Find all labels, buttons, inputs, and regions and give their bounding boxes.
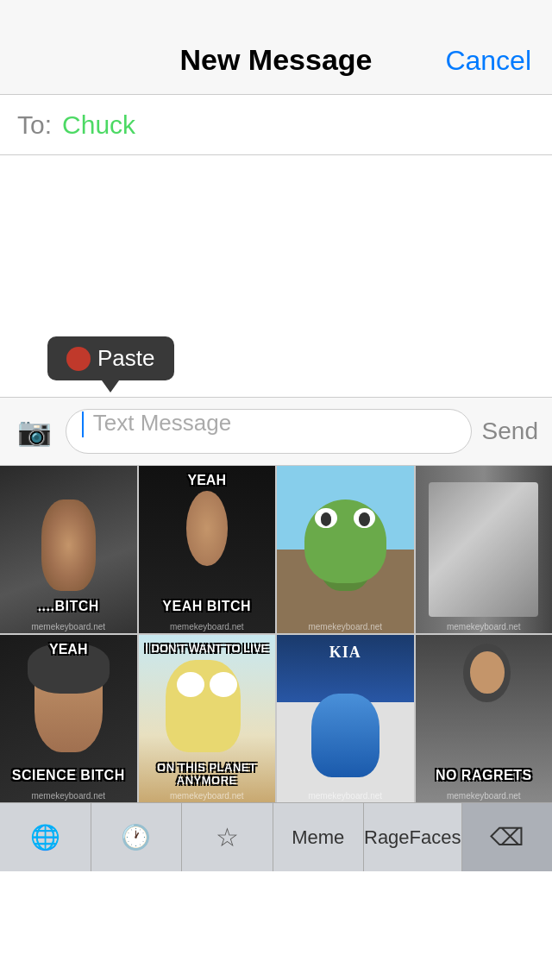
- paste-tooltip: Paste: [47, 336, 174, 380]
- recipient-name[interactable]: Chuck: [62, 110, 135, 140]
- meme-source: memekeyboard.net: [0, 791, 137, 801]
- ragefaces-button[interactable]: RageFaces: [364, 803, 462, 871]
- to-field: To: Chuck: [0, 95, 552, 155]
- star-icon: ☆: [216, 822, 239, 852]
- meme-source: memekeyboard.net: [277, 622, 414, 631]
- favorites-button[interactable]: ☆: [182, 803, 273, 871]
- clock-icon: 🕐: [121, 823, 151, 851]
- meme-cell[interactable]: KIA memekeyboard.net: [277, 635, 414, 802]
- meme-bottom-text: ....BITCH: [0, 599, 137, 614]
- meme-cell[interactable]: I DON'T WANT TO LIVE ON THIS PLANET ANYM…: [139, 635, 276, 802]
- meme-cell[interactable]: YEAH YEAH BITCH memekeyboard.net: [139, 466, 276, 633]
- globe-icon: 🌐: [30, 823, 60, 851]
- meme-source: memekeyboard.net: [277, 791, 414, 801]
- meme-image: [416, 466, 553, 633]
- ragefaces-label: RageFaces: [364, 826, 461, 849]
- recent-button[interactable]: 🕐: [91, 803, 183, 871]
- to-label: To:: [17, 110, 52, 140]
- cursor: [82, 411, 84, 437]
- meme-cell[interactable]: ....BITCH memekeyboard.net: [0, 466, 137, 633]
- meme-image: KIA: [277, 635, 414, 802]
- meme-source: memekeyboard.net: [139, 791, 276, 801]
- input-placeholder: Text Message: [93, 410, 231, 436]
- meme-bottom-text: YEAH BITCH: [139, 599, 276, 614]
- meme-cell[interactable]: NO RAGRETS memekeyboard.net: [416, 635, 553, 802]
- paste-button[interactable]: Paste: [66, 345, 155, 372]
- meme-source: memekeyboard.net: [139, 622, 276, 631]
- meme-top-text: YEAH: [139, 473, 276, 488]
- meme-grid: ....BITCH memekeyboard.net YEAH YEAH BIT…: [0, 466, 552, 802]
- meme-cell[interactable]: memekeyboard.net: [277, 466, 414, 633]
- header: New Message Cancel: [0, 0, 552, 95]
- meme-cell[interactable]: YEAH SCIENCE BITCH memekeyboard.net: [0, 635, 137, 802]
- meme-source: memekeyboard.net: [416, 622, 553, 631]
- input-bar: 📷 Text Message Send: [0, 397, 552, 466]
- meme-cell[interactable]: memekeyboard.net: [416, 466, 553, 633]
- meme-bottom-text: SCIENCE BITCH: [0, 768, 137, 783]
- meme-image: [277, 466, 414, 633]
- delete-icon: ⌫: [490, 823, 524, 851]
- page-title: New Message: [180, 43, 373, 77]
- meme-top-text: YEAH: [0, 642, 137, 657]
- send-button[interactable]: Send: [482, 418, 538, 445]
- paste-bubble[interactable]: Paste: [47, 336, 174, 380]
- globe-button[interactable]: 🌐: [0, 803, 91, 871]
- meme-top-text: I DON'T WANT TO LIVE: [139, 642, 276, 655]
- keyboard-toolbar: 🌐 🕐 ☆ Meme RageFaces ⌫: [0, 802, 552, 871]
- meme-bottom-text: NO RAGRETS: [416, 768, 553, 783]
- paste-dot-icon: [66, 347, 91, 371]
- message-input[interactable]: Text Message: [66, 409, 472, 454]
- camera-button[interactable]: 📷: [14, 411, 55, 452]
- meme-source: memekeyboard.net: [0, 622, 137, 631]
- camera-icon: 📷: [17, 415, 52, 448]
- cancel-button[interactable]: Cancel: [445, 44, 531, 76]
- meme-bottom-text: ON THIS PLANET ANYMORE: [139, 761, 276, 787]
- meme-button[interactable]: Meme: [273, 803, 365, 871]
- meme-source: memekeyboard.net: [416, 791, 553, 801]
- meme-label: Meme: [292, 826, 344, 849]
- delete-button[interactable]: ⌫: [462, 803, 552, 871]
